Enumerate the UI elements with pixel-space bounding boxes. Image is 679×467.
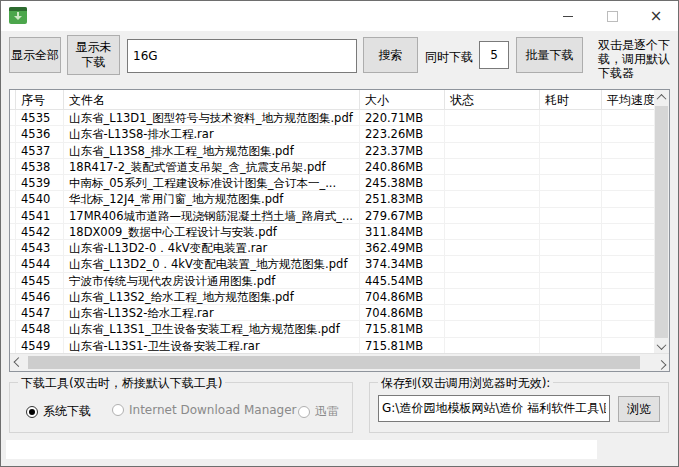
row-filename: 18DX009_数据中心工程设计与安装.pdf (64, 224, 360, 239)
horizontal-scroll-thumb[interactable] (28, 356, 640, 369)
close-icon: × (650, 9, 663, 24)
table-row[interactable]: 4548 山东省_L13S1_卫生设备安装工程_地方规范图集.pdf 715.8… (10, 321, 654, 337)
row-status (445, 208, 540, 223)
show-undownloaded-button[interactable]: 显示未下载 (67, 35, 120, 75)
table-row[interactable]: 4536 山东省-L13S8-排水工程.rar 223.26MB (10, 126, 654, 142)
batch-download-button[interactable]: 批量下载 (516, 37, 583, 73)
row-filename: 山东省-L13S1-卫生设备安装工程.rar (64, 338, 360, 353)
scroll-left-button[interactable] (10, 355, 26, 371)
row-size: 223.37MB (360, 143, 445, 158)
header-speed[interactable]: 平均速度 (602, 90, 654, 110)
file-table: 序号 文件名 大小 状态 耗时 平均速度 4535 山东省_L13D1_图型符号… (9, 89, 670, 372)
row-time (540, 208, 602, 223)
table-row[interactable]: 4543 山东省-L13D2-0．4kV变配电装置.rar 362.49MB (10, 240, 654, 256)
table-row[interactable]: 4541 17MR406城市道路—现浇钢筋混凝土挡土墙_路肩式_... 279.… (10, 208, 654, 224)
row-index: 4548 (16, 321, 64, 336)
header-time[interactable]: 耗时 (540, 90, 602, 110)
scroll-up-button[interactable] (654, 90, 669, 105)
status-output-strip (6, 440, 597, 459)
row-filename: 山东省_L13S1_卫生设备安装工程_地方规范图集.pdf (64, 321, 360, 336)
row-filename: 山东省-L13D2-0．4kV变配电装置.rar (64, 240, 360, 255)
table-row[interactable]: 4545 宁波市传统与现代农房设计通用图集.pdf 445.54MB (10, 273, 654, 289)
row-size: 251.83MB (360, 191, 445, 206)
minimize-button[interactable] (546, 1, 590, 31)
table-row[interactable]: 4538 18R417-2_装配式管道支吊架_含_抗震支吊架.pdf 240.8… (10, 159, 654, 175)
row-speed (602, 175, 654, 190)
row-filename: 18R417-2_装配式管道支吊架_含_抗震支吊架.pdf (64, 159, 360, 174)
row-filename: 山东省_L13S2_给水工程_地方规范图集.pdf (64, 289, 360, 304)
table-row[interactable]: 4546 山东省_L13S2_给水工程_地方规范图集.pdf 704.86MB (10, 289, 654, 305)
maximize-button[interactable] (590, 1, 634, 31)
vertical-scrollbar[interactable] (654, 90, 669, 354)
table-row[interactable]: 4537 山东省_L13S8_排水工程_地方规范图集.pdf 223.37MB (10, 143, 654, 159)
row-speed (602, 143, 654, 158)
row-size: 245.38MB (360, 175, 445, 190)
header-index[interactable]: 序号 (16, 90, 64, 110)
row-status (445, 159, 540, 174)
title-bar[interactable]: × (1, 1, 678, 31)
concurrent-count-input[interactable] (479, 41, 509, 69)
row-time (540, 126, 602, 141)
radio-unselected-icon (298, 406, 310, 418)
radio-selected-icon (26, 406, 38, 418)
row-size: 704.86MB (360, 289, 445, 304)
row-size: 715.81MB (360, 321, 445, 336)
table-row[interactable]: 4544 山东省_L13D2_0．4kV变配电装置_地方规范图集.pdf 374… (10, 256, 654, 272)
chevron-up-icon (657, 94, 667, 104)
table-row[interactable]: 4540 华北标_12J4_常用门窗_地方规范图集.pdf 251.83MB (10, 191, 654, 207)
row-status (445, 175, 540, 190)
radio-system-download-label: 系统下载 (43, 403, 91, 420)
row-index: 4549 (16, 338, 64, 353)
row-index: 4544 (16, 256, 64, 271)
row-status (445, 191, 540, 206)
radio-thunder[interactable]: 迅雷 (298, 403, 339, 420)
horizontal-scrollbar[interactable] (10, 353, 669, 371)
row-size: 704.86MB (360, 305, 445, 320)
show-all-button[interactable]: 显示全部 (9, 37, 61, 73)
row-speed (602, 240, 654, 255)
row-status (445, 256, 540, 271)
row-index: 4541 (16, 208, 64, 223)
scroll-right-button[interactable] (653, 355, 669, 371)
row-index: 4538 (16, 159, 64, 174)
app-download-icon (9, 7, 27, 24)
save-to-group: 保存到(双击调用浏览器时无效): 浏览 (369, 382, 669, 433)
row-status (445, 305, 540, 320)
header-status[interactable]: 状态 (445, 90, 540, 110)
row-filename: 山东省-L13S2-给水工程.rar (64, 305, 360, 320)
radio-system-download[interactable]: 系统下载 (26, 403, 91, 420)
radio-idm[interactable]: Internet Download Manager (112, 403, 297, 417)
row-size: 374.34MB (360, 256, 445, 271)
row-speed (602, 338, 654, 353)
row-filename: 宁波市传统与现代农房设计通用图集.pdf (64, 273, 360, 288)
header-size[interactable]: 大小 (360, 90, 445, 110)
scroll-down-button[interactable] (654, 339, 669, 354)
search-input[interactable] (127, 39, 357, 73)
chevron-down-icon (657, 340, 667, 350)
browse-button[interactable]: 浏览 (618, 396, 660, 422)
row-size: 445.54MB (360, 273, 445, 288)
row-time (540, 191, 602, 206)
row-status (445, 338, 540, 353)
header-filename[interactable]: 文件名 (64, 90, 360, 110)
search-button[interactable]: 搜索 (363, 37, 418, 73)
table-row[interactable]: 4549 山东省-L13S1-卫生设备安装工程.rar 715.81MB (10, 338, 654, 354)
save-path-input[interactable] (378, 395, 610, 422)
table-row[interactable]: 4542 18DX009_数据中心工程设计与安装.pdf 311.84MB (10, 224, 654, 240)
table-row[interactable]: 4539 中南标_05系列_工程建设标准设计图集_合订本一_... 245.38… (10, 175, 654, 191)
row-status (445, 224, 540, 239)
table-row[interactable]: 4535 山东省_L13D1_图型符号与技术资料_地方规范图集.pdf 220.… (10, 110, 654, 126)
concurrent-download-label: 同时下载 (425, 49, 473, 66)
close-button[interactable]: × (634, 1, 678, 31)
row-time (540, 256, 602, 271)
row-status (445, 321, 540, 336)
table-row[interactable]: 4547 山东省-L13S2-给水工程.rar 704.86MB (10, 305, 654, 321)
row-speed (602, 321, 654, 336)
row-size: 220.71MB (360, 110, 445, 125)
download-tools-group: 下载工具(双击时，桥接默认下载工具) 系统下载 Internet Downloa… (9, 382, 353, 433)
chevron-right-icon (656, 359, 666, 369)
row-size: 715.81MB (360, 338, 445, 353)
vertical-scroll-thumb[interactable] (655, 106, 668, 338)
row-time (540, 305, 602, 320)
chevron-left-icon (13, 357, 23, 367)
